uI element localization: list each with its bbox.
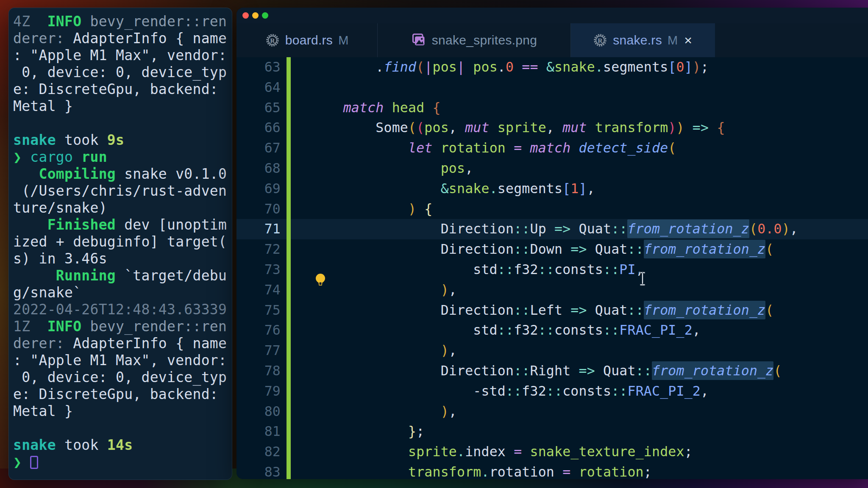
code-text: Direction::Down => Quat::from_rotation_z… xyxy=(281,239,773,260)
terminal-text: cargo xyxy=(30,149,81,165)
code-text: ) { xyxy=(281,199,433,219)
code-line-81: 81 }; xyxy=(236,421,868,442)
terminal-line: : "Apple M1 Max", vendor: xyxy=(13,47,232,64)
code-line-65: 65 match head { xyxy=(236,98,868,118)
code-line-69: 69 &snake.segments[1], xyxy=(236,179,868,199)
code-line-64: 64 xyxy=(236,78,868,98)
terminal-window[interactable]: 4Z INFO bevy_render::renderer: AdapterIn… xyxy=(8,8,232,480)
code-line-75: 75 Direction::Left => Quat::from_rotatio… xyxy=(236,300,868,321)
line-number: 73 xyxy=(236,260,281,280)
tab-board.rs[interactable]: Rboard.rsM xyxy=(236,23,378,57)
image-icon xyxy=(411,33,426,48)
code-text: Direction::Left => Quat::from_rotation_z… xyxy=(281,300,773,321)
terminal-line: snake took 14s xyxy=(13,437,232,454)
terminal-text: ture/snake) xyxy=(13,200,107,216)
terminal-line: Metal } xyxy=(13,403,232,420)
line-number: 68 xyxy=(236,158,281,179)
terminal-line: s) in 3.46s xyxy=(13,250,232,267)
terminal-line: e: DiscreteGpu, backend: xyxy=(13,81,232,98)
git-modified-gutter-bar xyxy=(287,57,291,479)
terminal-output: 4Z INFO bevy_render::renderer: AdapterIn… xyxy=(13,13,232,471)
code-text: pos, xyxy=(281,158,473,179)
terminal-text: AdapterInfo { name xyxy=(73,335,227,352)
terminal-line xyxy=(13,420,232,437)
tab-modified-badge: M xyxy=(338,33,348,47)
code-line-67: 67 let rotation = match detect_side( xyxy=(236,138,868,158)
terminal-text: `target/debu xyxy=(116,267,227,284)
terminal-text: ❯ xyxy=(13,454,30,470)
tab-label: board.rs xyxy=(285,33,333,47)
terminal-text: snake xyxy=(13,437,56,453)
code-text: ), xyxy=(281,341,457,361)
code-text: std::f32::consts::FRAC_PI_2, xyxy=(281,320,701,341)
terminal-text: bevy_render::ren xyxy=(81,13,227,30)
code-text: let rotation = match detect_side( xyxy=(281,138,676,158)
svg-text:R: R xyxy=(270,37,275,44)
terminal-text: ❯ xyxy=(13,149,30,165)
rust-icon: R xyxy=(265,33,280,47)
terminal-text: derer: xyxy=(13,30,73,47)
code-text: sprite.index = snake_texture_index; xyxy=(281,442,693,462)
terminal-text: derer: xyxy=(13,335,73,352)
terminal-text: bevy_render::ren xyxy=(81,318,227,335)
terminal-line: ❯ cargo run xyxy=(13,149,232,166)
terminal-text: 0, device: 0, device_typ xyxy=(13,369,227,385)
minimize-window-button[interactable] xyxy=(252,12,259,19)
close-tab-icon[interactable]: × xyxy=(683,33,693,47)
code-action-lightbulb-icon[interactable] xyxy=(314,273,326,288)
terminal-cursor xyxy=(30,456,38,469)
terminal-text: took xyxy=(56,132,107,148)
terminal-line: g/snake` xyxy=(13,284,232,301)
code-line-77: 77 ), xyxy=(236,341,868,361)
zoom-window-button[interactable] xyxy=(262,12,268,19)
line-number: 78 xyxy=(236,361,281,381)
line-number: 70 xyxy=(236,199,281,219)
terminal-line: ized + debuginfo] target( xyxy=(13,233,232,250)
line-number: 83 xyxy=(236,462,281,479)
terminal-text: snake v0.1.0 xyxy=(116,166,227,182)
terminal-text: Compiling xyxy=(13,166,116,182)
tab-label: snake_sprites.png xyxy=(432,33,537,47)
tab-snake.rs[interactable]: Rsnake.rsM× xyxy=(571,23,715,57)
line-number: 80 xyxy=(236,402,281,422)
close-window-button[interactable] xyxy=(242,12,249,19)
code-line-73: 73 std::f32::consts::PI, xyxy=(236,260,868,280)
terminal-text: 14s xyxy=(107,437,133,453)
terminal-text xyxy=(30,13,47,30)
terminal-line: 4Z INFO bevy_render::ren xyxy=(13,13,232,30)
svg-text:R: R xyxy=(598,37,603,44)
code-line-82: 82 sprite.index = snake_texture_index; xyxy=(236,442,868,462)
terminal-text: e: DiscreteGpu, backend: xyxy=(13,81,227,97)
terminal-text: : "Apple M1 Max", vendor: xyxy=(13,47,227,64)
code-line-63: 63 .find(|pos| pos.0 == &snake.segments[… xyxy=(236,57,868,78)
terminal-text: dev [unoptim xyxy=(116,216,227,233)
tab-label: snake.rs xyxy=(613,33,662,47)
terminal-text: 2022-04-26T12:48:43.63339 xyxy=(13,301,227,318)
terminal-text: Metal } xyxy=(13,403,73,419)
terminal-text: Metal } xyxy=(13,98,73,114)
terminal-text: Finished xyxy=(13,216,116,233)
editor-window: Rboard.rsMsnake_sprites.pngRsnake.rsM× 6… xyxy=(236,8,868,479)
terminal-text: Running xyxy=(13,267,116,284)
terminal-line: (/Users/chris/rust-adven xyxy=(13,183,232,200)
terminal-text: run xyxy=(81,149,107,165)
code-text xyxy=(281,78,311,98)
code-text: &snake.segments[1], xyxy=(281,179,595,199)
terminal-text: took xyxy=(56,437,107,453)
code-line-71: 71 Direction::Up => Quat::from_rotation_… xyxy=(236,219,868,239)
code-line-79: 79 -std::f32::consts::FRAC_PI_2, xyxy=(236,381,868,402)
editor-tab-bar: Rboard.rsMsnake_sprites.pngRsnake.rsM× xyxy=(236,23,868,57)
terminal-line: Running `target/debu xyxy=(13,267,232,284)
terminal-text: g/snake` xyxy=(13,284,81,301)
code-line-80: 80 ), xyxy=(236,402,868,422)
terminal-text: s) in 3.46s xyxy=(13,250,107,267)
line-number: 72 xyxy=(236,239,281,260)
terminal-text: INFO xyxy=(47,318,82,335)
code-line-83: 83 transform.rotation = rotation; xyxy=(236,462,868,479)
terminal-text: 1Z xyxy=(13,318,30,335)
terminal-line: ture/snake) xyxy=(13,200,232,216)
line-number: 67 xyxy=(236,138,281,158)
code-line-72: 72 Direction::Down => Quat::from_rotatio… xyxy=(236,239,868,260)
tab-snake_sprites.png[interactable]: snake_sprites.png xyxy=(378,23,571,57)
code-editor[interactable]: 63 .find(|pos| pos.0 == &snake.segments[… xyxy=(236,57,868,479)
